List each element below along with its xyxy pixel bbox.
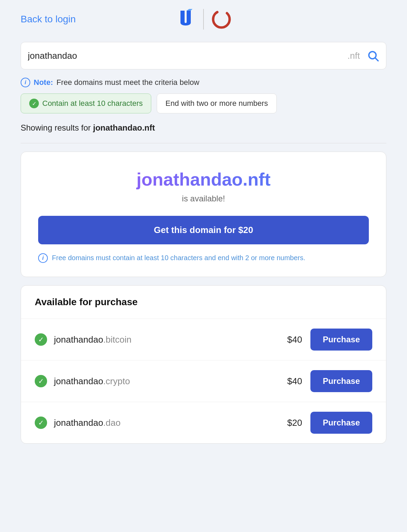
criteria-length-pill: ✓ Contain at least 10 characters [21,93,151,113]
header: Back to login [0,0,407,35]
purchase-domain-bitcoin-name: jonathandao [54,334,103,345]
purchase-price-dao: $20 [287,418,302,428]
free-domain-note-icon: i [38,253,48,263]
criteria-numbers-pill: End with two or more numbers [157,93,276,113]
get-domain-button[interactable]: Get this domain for $20 [38,216,369,244]
domain-available-text: is available! [38,194,369,203]
logo-divider [203,9,204,30]
search-button[interactable] [367,49,379,62]
purchase-check-crypto-icon: ✓ [35,375,47,387]
purchase-price-bitcoin: $40 [287,334,302,345]
purchase-row-dao: ✓ jonathandao.dao $20 Purchase [21,402,386,443]
purchase-domain-bitcoin: jonathandao.bitcoin [54,334,287,345]
criteria-numbers-label: End with two or more numbers [165,99,268,108]
note-row: i Note: Free domains must meet the crite… [21,78,386,87]
purchase-row-bitcoin: ✓ jonathandao.bitcoin $40 Purchase [21,319,386,361]
purchase-domain-crypto-name: jonathandao [54,376,103,386]
back-to-login-link[interactable]: Back to login [21,14,76,25]
showing-results-prefix: Showing results for [21,123,93,132]
divider [21,143,386,143]
svg-line-2 [375,58,378,61]
free-domain-note: i Free domains must contain at least 10 … [38,253,369,263]
purchase-row-crypto: ✓ jonathandao.crypto $40 Purchase [21,361,386,402]
purchase-domain-dao-tld: .dao [103,418,121,428]
search-input[interactable] [28,51,348,61]
free-domain-note-text: Free domains must contain at least 10 ch… [52,253,305,263]
domain-availability-card: jonathandao.nft is available! Get this d… [21,152,386,277]
logo-area [174,7,233,31]
note-label: Note: [34,78,53,87]
purchase-domain-dao-name: jonathandao [54,418,103,428]
criteria-length-check-icon: ✓ [29,99,39,108]
purchase-domain-crypto: jonathandao.crypto [54,376,287,387]
purchase-check-dao-icon: ✓ [35,417,47,429]
purchase-button-crypto[interactable]: Purchase [310,370,372,392]
purchase-header: Available for purchase [21,286,386,319]
purchase-card: Available for purchase ✓ jonathandao.bit… [21,285,386,444]
domain-name-display: jonathandao.nft [38,169,369,190]
purchase-button-dao[interactable]: Purchase [310,412,372,434]
search-bar: .nft [21,42,386,69]
note-text: Free domains must meet the criteria belo… [56,78,199,87]
purchase-button-bitcoin[interactable]: Purchase [310,329,372,351]
purchase-domain-bitcoin-tld: .bitcoin [103,334,131,345]
main-content: .nft i Note: Free domains must meet the … [0,35,407,464]
circle-logo-icon [209,7,233,31]
criteria-row: ✓ Contain at least 10 characters End wit… [21,93,386,113]
showing-results: Showing results for jonathandao.nft [21,123,386,133]
purchase-price-crypto: $40 [287,376,302,387]
svg-point-0 [213,11,230,27]
purchase-domain-crypto-tld: .crypto [103,376,130,386]
purchase-check-bitcoin-icon: ✓ [35,333,47,346]
search-suffix: .nft [348,51,360,61]
note-info-icon: i [21,78,30,87]
purchase-domain-dao: jonathandao.dao [54,418,287,428]
search-icon [367,49,379,62]
criteria-length-label: Contain at least 10 characters [42,99,143,108]
showing-results-domain: jonathandao.nft [93,123,155,132]
ud-logo-icon [174,7,198,31]
